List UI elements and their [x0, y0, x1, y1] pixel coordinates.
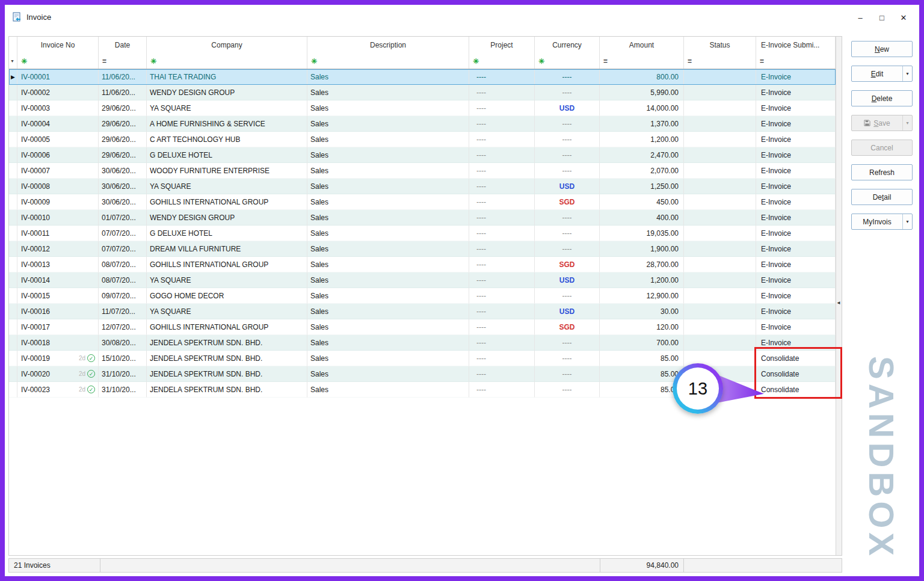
filter-funnel-icon[interactable]: ▼ — [9, 54, 17, 69]
refresh-button[interactable]: Refresh — [851, 164, 913, 180]
cell-einvoice: E-Invoice — [756, 304, 836, 319]
column-header-date[interactable]: Date — [99, 37, 147, 54]
invoice-row-IV-00012[interactable]: IV-0001207/07/20...DREAM VILLA FURNITURE… — [9, 241, 836, 257]
column-header-project[interactable]: Project — [469, 37, 535, 54]
cell-status — [684, 288, 756, 304]
currency-filter-gear-icon[interactable]: ✳ — [538, 57, 544, 66]
myinvois-dropdown-arrow-icon[interactable]: ▾ — [902, 214, 912, 229]
cell-amount: 85.00 — [600, 382, 684, 398]
invoice-row-IV-00002[interactable]: IV-0000211/06/20...WENDY DESIGN GROUPSal… — [9, 85, 836, 100]
cell-currency: ---- — [535, 335, 600, 351]
cell-row-indicator — [9, 272, 17, 288]
column-header-status[interactable]: Status — [684, 37, 756, 54]
invoice-row-IV-00005[interactable]: IV-0000529/06/20...C ART TECHNOLOGY HUBS… — [9, 132, 836, 147]
cell-currency: ---- — [535, 366, 600, 382]
cell-amount: 1,200.00 — [600, 132, 684, 147]
cell-company: WENDY DESIGN GROUP — [147, 85, 307, 100]
cell-date: 11/06/20... — [99, 85, 147, 100]
column-header-company[interactable]: Company — [147, 37, 307, 54]
edit-dropdown-arrow-icon[interactable]: ▾ — [902, 66, 912, 81]
cell-row-indicator — [9, 194, 17, 210]
refresh-button-label: Refresh — [852, 165, 912, 180]
amount-total: 94,840.00 — [600, 559, 684, 572]
cell-einvoice: E-Invoice — [756, 179, 836, 194]
project-filter-gear-icon[interactable]: ✳ — [473, 57, 479, 66]
cell-project: ---- — [469, 226, 535, 241]
cell-row-indicator — [9, 85, 17, 100]
maximize-button[interactable]: □ — [871, 10, 893, 25]
cell-invoice-no: IV-000192d✓ — [17, 351, 99, 366]
myinvois-button-label: MyInvois — [852, 214, 902, 229]
myinvois-button[interactable]: MyInvois▾ — [851, 214, 913, 230]
column-header-description[interactable]: Description — [307, 37, 469, 54]
cell-amount: 1,370.00 — [600, 116, 684, 132]
cell-amount: 19,035.00 — [600, 226, 684, 241]
cell-currency: SGD — [535, 257, 600, 272]
cell-company: JENDELA SPEKTRUM SDN. BHD. — [147, 366, 307, 382]
new-button[interactable]: New — [851, 41, 913, 57]
invoice-row-IV-00009[interactable]: IV-0000930/06/20...GOHILLS INTERNATIONAL… — [9, 194, 836, 210]
cell-date: 07/07/20... — [99, 241, 147, 257]
column-header-amount[interactable]: Amount — [600, 37, 684, 54]
cell-description: Sales — [307, 335, 469, 351]
cell-company: YA SQUARE — [147, 304, 307, 319]
cell-einvoice: E-Invoice — [756, 69, 836, 85]
status-bar: 21 Invoices 94,840.00 — [8, 558, 842, 573]
invoice-row-IV-00011[interactable]: IV-0001107/07/20...G DELUXE HOTELSales--… — [9, 226, 836, 241]
validated-check-icon: ✓ — [87, 370, 95, 378]
delete-button[interactable]: Delete — [851, 90, 913, 106]
cell-company: WENDY DESIGN GROUP — [147, 210, 307, 226]
invoice-row-IV-00019[interactable]: IV-000192d✓15/10/20...JENDELA SPEKTRUM S… — [9, 351, 836, 366]
vertical-scrollbar[interactable]: ◄ — [836, 37, 842, 555]
cell-date: 08/07/20... — [99, 257, 147, 272]
invoice-row-IV-00003[interactable]: IV-0000329/06/20...YA SQUARESales----USD… — [9, 100, 836, 116]
detail-button[interactable]: Detail — [851, 189, 913, 205]
current-row-marker-icon: ▶ — [11, 74, 15, 80]
cell-einvoice: E-Invoice — [756, 116, 836, 132]
minimize-button[interactable]: – — [849, 10, 871, 25]
cell-project: ---- — [469, 100, 535, 116]
save-button: Save▾ — [851, 115, 913, 131]
column-header-einvoice[interactable]: E-Invoice Submi... — [756, 37, 836, 54]
row-indicator-header — [9, 37, 17, 54]
filter-cell-date: = — [99, 54, 147, 69]
invoice-row-IV-00007[interactable]: IV-0000730/06/20...WOODY FURNITURE ENTER… — [9, 163, 836, 179]
window-controls: – □ ✕ — [849, 10, 914, 25]
invoice-row-IV-00013[interactable]: IV-0001308/07/20...GOHILLS INTERNATIONAL… — [9, 257, 836, 272]
date-filter-equals-icon[interactable]: = — [102, 57, 106, 66]
edit-button[interactable]: Edit▾ — [851, 66, 913, 82]
invoice-row-IV-00014[interactable]: IV-0001408/07/20...YA SQUARESales----USD… — [9, 272, 836, 288]
invoice-row-IV-00015[interactable]: IV-0001509/07/20...GOGO HOME DECORSales-… — [9, 288, 836, 304]
einvoice-filter-equals-icon[interactable]: = — [760, 57, 764, 66]
cell-einvoice: E-Invoice — [756, 319, 836, 335]
invoice-row-IV-00010[interactable]: IV-0001001/07/20...WENDY DESIGN GROUPSal… — [9, 210, 836, 226]
company-filter-gear-icon[interactable]: ✳ — [150, 57, 156, 66]
grid-filter-row: ▼✳=✳✳✳✳=== — [9, 54, 836, 69]
amount-filter-equals-icon[interactable]: = — [603, 57, 608, 66]
invoice-row-IV-00006[interactable]: IV-0000629/06/20...G DELUXE HOTELSales--… — [9, 147, 836, 163]
invoice-row-IV-00001[interactable]: ▶IV-0000111/06/20...THAI TEA TRADINGSale… — [9, 69, 836, 85]
invoice-row-IV-00017[interactable]: IV-0001712/07/20...GOHILLS INTERNATIONAL… — [9, 319, 836, 335]
einvoice-flags: 2d✓ — [79, 370, 95, 378]
invoice_no-filter-gear-icon[interactable]: ✳ — [21, 57, 27, 66]
cell-description: Sales — [307, 163, 469, 179]
cell-invoice-no: IV-00011 — [17, 226, 99, 241]
column-header-currency[interactable]: Currency — [535, 37, 600, 54]
cell-status — [684, 304, 756, 319]
close-button[interactable]: ✕ — [893, 10, 914, 25]
cell-project: ---- — [469, 257, 535, 272]
cell-date: 30/08/20... — [99, 335, 147, 351]
invoice-row-IV-00004[interactable]: IV-0000429/06/20...A HOME FURNISHING & S… — [9, 116, 836, 132]
cell-row-indicator — [9, 116, 17, 132]
invoice-row-IV-00008[interactable]: IV-0000830/06/20...YA SQUARESales----USD… — [9, 179, 836, 194]
column-header-invoice_no[interactable]: Invoice No — [17, 37, 99, 54]
cell-amount: 85.00 — [600, 351, 684, 366]
invoice-row-IV-00016[interactable]: IV-0001611/07/20...YA SQUARESales----USD… — [9, 304, 836, 319]
cell-currency: ---- — [535, 147, 600, 163]
cell-status — [684, 194, 756, 210]
cell-row-indicator — [9, 132, 17, 147]
invoice-row-IV-00018[interactable]: IV-0001830/08/20...JENDELA SPEKTRUM SDN.… — [9, 335, 836, 351]
status-filter-equals-icon[interactable]: = — [688, 57, 692, 66]
cell-project: ---- — [469, 351, 535, 366]
description-filter-gear-icon[interactable]: ✳ — [311, 57, 317, 66]
